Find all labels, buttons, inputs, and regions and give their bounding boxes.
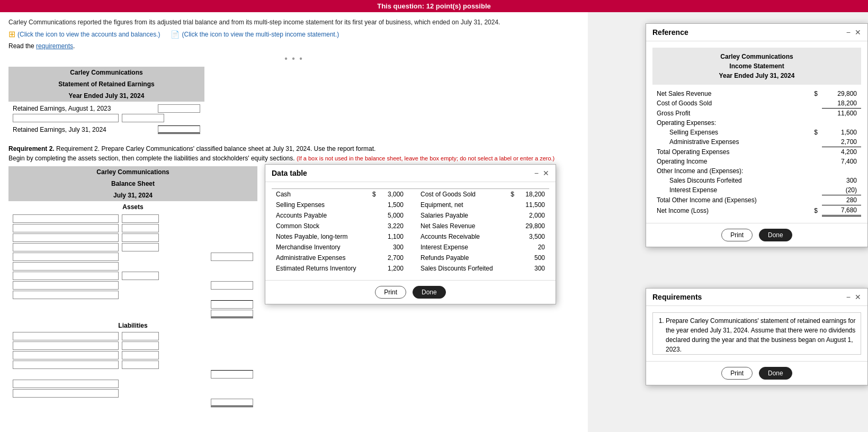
requirements-modal-header: Requirements − ✕ xyxy=(646,289,867,306)
bs-title: Balance Sheet xyxy=(8,178,257,190)
read-text: Read the xyxy=(8,42,34,50)
reference-row-symbol xyxy=(805,98,822,109)
liab-label-5[interactable] xyxy=(13,380,119,388)
liab-label-3[interactable] xyxy=(13,351,119,359)
reference-row: Sales Discounts Forfeited300 xyxy=(652,176,861,185)
asset-row-9 xyxy=(8,290,257,300)
re-period: Year Ended July 31, 2024 xyxy=(8,90,204,102)
asset-label-4[interactable] xyxy=(13,243,119,251)
reference-row-value xyxy=(822,166,861,176)
reference-row-label: Operating Expenses: xyxy=(652,118,805,128)
reference-print-button[interactable]: Print xyxy=(721,229,753,241)
asset-total-2[interactable] xyxy=(211,310,253,318)
reference-done-button[interactable]: Done xyxy=(759,229,792,241)
asset-label-3[interactable] xyxy=(13,233,119,242)
liab-val-1[interactable] xyxy=(122,332,159,340)
requirements-print-button[interactable]: Print xyxy=(721,367,753,380)
reference-row: Total Other Income and (Expenses)280 xyxy=(652,195,861,205)
asset-label-5[interactable] xyxy=(13,253,119,261)
asset-val-5r[interactable] xyxy=(211,253,253,261)
asset-label-1[interactable] xyxy=(13,214,119,223)
requirements-scroll-area[interactable]: Prepare Carley Communications' statement… xyxy=(652,312,861,355)
asset-label-6[interactable] xyxy=(13,262,119,271)
bs-company: Carley Communications xyxy=(8,166,257,178)
reference-row-label: Total Other Income and (Expenses) xyxy=(652,195,805,205)
asset-row-2 xyxy=(8,223,257,233)
asset-val-1[interactable] xyxy=(122,214,159,223)
reference-row: Operating Expenses: xyxy=(652,118,861,128)
accounts-link[interactable]: ⊞ (Click the icon to view the accounts a… xyxy=(8,29,160,39)
reference-section: Carley Communications Income Statement Y… xyxy=(652,48,861,85)
asset-row-8 xyxy=(8,281,257,290)
bs-date: July 31, 2024 xyxy=(8,190,257,201)
assets-rows xyxy=(8,213,257,320)
reference-minimize-button[interactable]: − xyxy=(846,28,851,37)
data-table-modal-controls: − ✕ xyxy=(534,169,549,177)
data-table-print-button[interactable]: Print xyxy=(375,286,406,299)
reference-row: Cost of Goods Sold18,200 xyxy=(652,98,861,109)
liab-label-2[interactable] xyxy=(13,341,119,350)
reference-row: Other Income and (Expenses): xyxy=(652,166,861,176)
data-table-close-button[interactable]: ✕ xyxy=(543,169,549,177)
data-table-row: Accounts Payable5,000Salaries Payable2,0… xyxy=(272,210,549,221)
asset-val-2[interactable] xyxy=(122,224,159,232)
liab-val-4[interactable] xyxy=(122,361,159,369)
liab-row-2 xyxy=(8,341,257,350)
data-table-table: Cash$3,000Cost of Goods Sold$18,200Selli… xyxy=(272,188,549,274)
data-table-right-value: 11,500 xyxy=(518,200,549,210)
re-row2-label-input[interactable] xyxy=(13,114,119,122)
asset-label-9[interactable] xyxy=(13,291,119,299)
liab-val-3[interactable] xyxy=(122,351,159,359)
data-table-right-label: Accounts Receivable xyxy=(416,231,505,242)
asset-label-8[interactable] xyxy=(13,281,119,290)
reference-row-value: 1,500 xyxy=(822,128,861,137)
income-statement-link[interactable]: 📄 (Click the icon to view the multi-step… xyxy=(171,29,339,39)
reference-row-symbol xyxy=(805,185,822,195)
data-table-right-value: 18,200 xyxy=(518,189,549,200)
data-table-right-label: Refunds Payable xyxy=(416,253,505,263)
reference-close-button[interactable]: ✕ xyxy=(855,28,861,37)
data-table-done-button[interactable]: Done xyxy=(413,286,446,299)
re-row2-value-input[interactable] xyxy=(122,114,164,122)
liab-label-4[interactable] xyxy=(13,361,119,369)
requirements-close-button[interactable]: ✕ xyxy=(855,293,861,301)
data-table-row: Cash$3,000Cost of Goods Sold$18,200 xyxy=(272,189,549,200)
data-table-minimize-button[interactable]: − xyxy=(534,169,539,177)
requirements-done-button[interactable]: Done xyxy=(759,367,792,380)
data-table-right-value: 300 xyxy=(518,263,549,274)
reference-row-label: Cost of Goods Sold xyxy=(652,98,805,109)
reference-row-symbol xyxy=(805,109,822,119)
data-table-row: Notes Payable, long-term1,100Accounts Re… xyxy=(272,231,549,242)
re-row3: Retained Earnings, July 31, 2024 xyxy=(8,125,204,134)
asset-total-1[interactable] xyxy=(211,300,253,309)
re-row3-input[interactable] xyxy=(158,125,200,134)
requirements-link[interactable]: requirements xyxy=(36,42,73,50)
data-table-left-label: Merchandise Inventory xyxy=(272,242,367,253)
liab-label-1[interactable] xyxy=(13,332,119,340)
reference-row-value: 2,700 xyxy=(822,137,861,147)
liab-row-4 xyxy=(8,360,257,370)
asset-val-7[interactable] xyxy=(122,272,159,280)
liab-total-2[interactable] xyxy=(211,399,253,407)
asset-val-4[interactable] xyxy=(122,243,159,251)
data-table-left-value: 3,220 xyxy=(380,221,416,231)
liab-val-2[interactable] xyxy=(122,341,159,350)
liab-label-6[interactable] xyxy=(13,389,119,398)
reference-row-symbol xyxy=(805,118,822,128)
asset-row-total2 xyxy=(8,309,257,319)
data-table-right-label: Cost of Goods Sold xyxy=(416,189,505,200)
reference-row: Selling Expenses$1,500 xyxy=(652,128,861,137)
reference-row-label: Sales Discounts Forfeited xyxy=(652,176,805,185)
asset-val-8r[interactable] xyxy=(211,281,253,290)
asset-label-7[interactable] xyxy=(13,272,119,280)
asset-val-3[interactable] xyxy=(122,233,159,242)
reference-modal-controls: − ✕ xyxy=(846,28,861,37)
top-bar-text: This question: 12 point(s) possible xyxy=(377,2,491,10)
re-row1: Retained Earnings, August 1, 2023 xyxy=(8,104,204,113)
liab-total-1[interactable] xyxy=(211,370,253,379)
re-row1-input[interactable] xyxy=(158,104,200,113)
data-table-right-value: 500 xyxy=(518,253,549,263)
asset-label-2[interactable] xyxy=(13,224,119,232)
data-table-left-value: 1,500 xyxy=(380,200,416,210)
requirements-minimize-button[interactable]: − xyxy=(846,293,851,301)
